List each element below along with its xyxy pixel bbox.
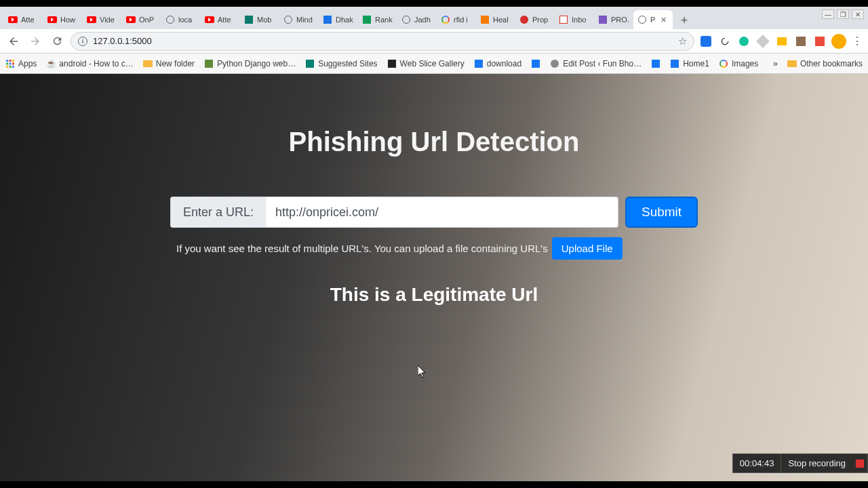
tab[interactable]: Jadh: [397, 10, 437, 29]
facebook-icon: [531, 59, 540, 68]
bookmark-label: Suggested Sites: [318, 59, 377, 68]
bookmark-star-icon[interactable]: ☆: [678, 35, 687, 47]
folder-icon: [787, 59, 797, 68]
bookmark-item[interactable]: ☕android - How to c…: [46, 59, 133, 68]
globe-icon: [283, 15, 293, 24]
address-bar[interactable]: i 127.0.0.1:5000 ☆: [71, 32, 694, 51]
back-button[interactable]: [5, 33, 22, 49]
bookmark-label: Home1: [683, 59, 709, 68]
favicon-icon: [204, 59, 214, 68]
tab[interactable]: Dhak: [319, 10, 358, 29]
upload-hint-row: If you want see the result of multiple U…: [176, 237, 692, 260]
google-icon: [441, 15, 450, 24]
tab[interactable]: PRO.: [594, 10, 633, 29]
extension-icon[interactable]: [700, 35, 712, 47]
extension-icon[interactable]: [814, 35, 826, 47]
stop-recording-button[interactable]: Stop recording: [781, 454, 852, 472]
svg-rect-3: [6, 62, 8, 64]
tab[interactable]: Mob: [240, 10, 279, 29]
favicon-icon: [323, 15, 332, 24]
url-input[interactable]: [266, 197, 618, 228]
tab[interactable]: Mind: [279, 10, 319, 29]
site-info-icon[interactable]: i: [78, 37, 87, 46]
reload-button[interactable]: [49, 33, 65, 49]
close-tab-icon[interactable]: ✕: [660, 16, 667, 23]
tab[interactable]: Rank: [358, 10, 397, 29]
tab-label: OnP: [139, 16, 154, 24]
extension-icon[interactable]: [776, 35, 788, 47]
bookmark-item[interactable]: Images: [719, 59, 758, 68]
tab[interactable]: Heal: [476, 10, 515, 29]
tab[interactable]: Atte: [4, 10, 43, 29]
svg-rect-7: [9, 65, 12, 67]
bookmark-label: download: [487, 59, 521, 68]
bookmarks-bar: Apps ☕android - How to c… New folder Pyt…: [0, 54, 868, 74]
folder-icon: [143, 59, 153, 68]
svg-rect-5: [12, 62, 14, 64]
url-input-group: Enter a URL:: [170, 197, 618, 228]
profile-avatar[interactable]: [831, 34, 846, 49]
close-window-button[interactable]: ✕: [852, 9, 864, 19]
extension-icon[interactable]: [719, 35, 731, 47]
bookmark-label: Apps: [18, 59, 37, 68]
youtube-icon: [47, 15, 57, 24]
java-icon: ☕: [46, 59, 56, 68]
tab[interactable]: Inbo: [555, 10, 594, 29]
facebook-icon: [651, 59, 660, 68]
bookmark-item[interactable]: Edit Post ‹ Fun Bho…: [550, 59, 642, 68]
bookmark-label: Web Slice Gallery: [400, 59, 465, 68]
bookmark-item[interactable]: Web Slice Gallery: [387, 59, 465, 68]
extension-icons: [700, 35, 826, 47]
new-tab-button[interactable]: +: [675, 12, 693, 29]
tab-label: Prop: [532, 16, 548, 24]
letterbox-top: [0, 0, 868, 7]
extension-icon[interactable]: [738, 35, 750, 47]
tab-label: Vide: [100, 16, 115, 24]
tab-label: Atte: [218, 16, 231, 24]
youtube-icon: [8, 15, 18, 24]
facebook-icon: [670, 59, 679, 68]
tab-label: PRO.: [611, 16, 629, 24]
tab[interactable]: rfid i: [437, 10, 476, 29]
forward-button[interactable]: [27, 33, 43, 49]
tab[interactable]: loca: [161, 10, 201, 29]
chrome-menu-button[interactable]: ⋮: [852, 35, 863, 47]
globe-icon: [637, 15, 647, 24]
extension-icon[interactable]: [795, 35, 807, 47]
tab-active[interactable]: P ✕: [633, 10, 673, 29]
tab-label: Jadh: [414, 16, 431, 24]
upload-hint-text: If you want see the result of multiple U…: [176, 243, 548, 254]
bookmark-label: New folder: [156, 59, 195, 68]
tab[interactable]: Vide: [83, 10, 122, 29]
bookmark-label: Images: [732, 59, 758, 68]
submit-button[interactable]: Submit: [625, 197, 698, 228]
extension-icon[interactable]: [757, 35, 769, 47]
bookmark-item[interactable]: [531, 59, 540, 68]
bookmark-label: Other bookmarks: [800, 59, 863, 68]
recording-time: 00:04:43: [733, 454, 782, 472]
favicon-icon: [244, 15, 254, 24]
tab[interactable]: OnP: [122, 10, 161, 29]
bookmarks-overflow-button[interactable]: »: [773, 59, 778, 68]
upload-file-button[interactable]: Upload File: [552, 237, 623, 260]
google-icon: [719, 59, 728, 68]
apps-button[interactable]: Apps: [5, 59, 37, 68]
bookmark-item[interactable]: Suggested Sites: [305, 59, 377, 68]
tab[interactable]: Prop: [515, 10, 555, 29]
svg-rect-1: [9, 60, 12, 62]
minimize-button[interactable]: —: [822, 9, 834, 19]
bookmark-item[interactable]: Python Django web…: [204, 59, 296, 68]
other-bookmarks-button[interactable]: Other bookmarks: [787, 59, 863, 68]
bookmark-folder[interactable]: New folder: [143, 59, 195, 68]
tab[interactable]: How: [43, 10, 83, 29]
globe-icon: [165, 15, 175, 24]
tab[interactable]: Atte: [201, 10, 240, 29]
page-content: Phishing Url Detection Enter a URL: Subm…: [0, 74, 868, 481]
bookmark-item[interactable]: download: [474, 59, 521, 68]
bookmark-label: Edit Post ‹ Fun Bho…: [563, 59, 642, 68]
bookmark-item[interactable]: Home1: [670, 59, 709, 68]
tab-label: Atte: [21, 16, 35, 24]
bookmark-item[interactable]: [651, 59, 660, 68]
maximize-button[interactable]: ❐: [837, 9, 849, 19]
svg-rect-6: [6, 65, 8, 67]
